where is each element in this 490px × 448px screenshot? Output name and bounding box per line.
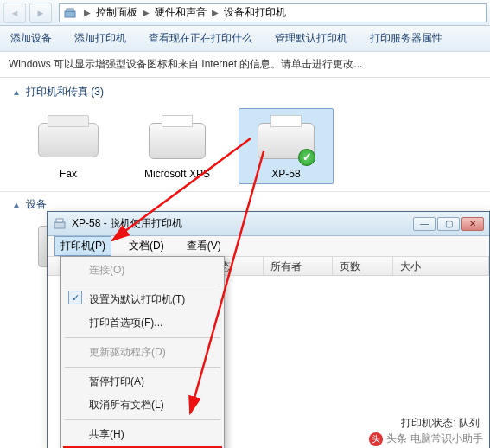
view-printing-button[interactable]: 查看现在正在打印什么 <box>149 31 252 46</box>
printer-icon: ✓ <box>251 112 321 164</box>
back-button[interactable]: ◄ <box>3 3 26 23</box>
menubar: 打印机(P) 文档(D) 查看(V) <box>48 236 489 257</box>
menu-set-default[interactable]: ✓ 设置为默认打印机(T) <box>63 288 222 311</box>
menu-printer[interactable]: 打印机(P) <box>54 236 111 256</box>
svg-rect-0 <box>65 11 75 17</box>
separator <box>65 419 220 420</box>
watermark: 头 头条 电脑常识小助手 <box>369 432 483 446</box>
close-button[interactable]: ✕ <box>461 217 484 231</box>
separator <box>65 367 220 368</box>
device-label: Microsoft XPS <box>144 168 210 180</box>
default-check-icon: ✓ <box>298 149 315 166</box>
breadcrumb[interactable]: ▶ 控制面板 ▶ 硬件和声音 ▶ 设备和打印机 <box>59 3 487 22</box>
forward-button[interactable]: ► <box>29 3 52 23</box>
printer-icon <box>143 112 212 164</box>
devices-icon <box>63 6 77 20</box>
printer-icon <box>53 217 67 231</box>
breadcrumb-leaf[interactable]: 设备和打印机 <box>222 4 288 21</box>
maximize-button[interactable]: ▢ <box>437 217 460 231</box>
fax-icon <box>34 112 103 164</box>
separator <box>65 337 220 338</box>
check-icon: ✓ <box>68 291 82 304</box>
device-label: XP-58 <box>271 168 300 180</box>
svg-rect-3 <box>56 219 63 222</box>
minimize-button[interactable]: — <box>413 217 436 231</box>
printer-grid: Fax Microsoft XPS ✓ XP-58 <box>0 103 490 191</box>
col-owner[interactable]: 所有者 <box>264 257 333 275</box>
menu-pause[interactable]: 暂停打印(A) <box>63 370 222 394</box>
col-size[interactable]: 大小 <box>393 257 489 275</box>
device-xps[interactable]: Microsoft XPS <box>130 108 225 184</box>
watermark-text: 电脑常识小助手 <box>410 432 483 446</box>
menu-document[interactable]: 文档(D) <box>124 237 169 255</box>
menu-cancel-all[interactable]: 取消所有文档(L) <box>63 394 222 417</box>
add-device-button[interactable]: 添加设备 <box>10 31 52 46</box>
statusbar: 打印机状态: 队列 <box>401 416 480 431</box>
chevron-right-icon: ▶ <box>208 8 222 17</box>
chevron-right-icon: ▶ <box>80 8 94 17</box>
section-heading-devices[interactable]: ▲ 设备 <box>12 197 478 212</box>
section-heading-printers[interactable]: ▲ 打印机和传真 (3) <box>12 85 478 99</box>
svg-rect-2 <box>54 222 65 228</box>
watermark-badge-icon: 头 <box>369 432 383 446</box>
chevron-right-icon: ▶ <box>139 8 153 17</box>
manage-default-button[interactable]: 管理默认打印机 <box>275 31 347 46</box>
device-fax[interactable]: Fax <box>21 108 116 184</box>
printers-section: ▲ 打印机和传真 (3) <box>0 78 490 103</box>
breadcrumb-root[interactable]: 控制面板 <box>94 4 139 21</box>
add-printer-button[interactable]: 添加打印机 <box>74 31 126 46</box>
collapse-arrow-icon: ▲ <box>12 200 21 209</box>
collapse-arrow-icon: ▲ <box>12 87 21 97</box>
breadcrumb-mid[interactable]: 硬件和声音 <box>153 4 208 21</box>
printer-menu-dropdown: 连接(O) ✓ 设置为默认打印机(T) 打印首选项(F)... 更新驱动程序(D… <box>60 256 225 448</box>
menu-update-driver: 更新驱动程序(D) <box>63 341 222 364</box>
device-xp58[interactable]: ✓ XP-58 <box>239 108 334 184</box>
device-label: Fax <box>60 168 77 180</box>
window-title: XP-58 - 脱机使用打印机 <box>72 216 408 231</box>
statusbar-text: 打印机状态: 队列 <box>401 416 480 431</box>
menu-connect: 连接(O) <box>63 259 222 282</box>
col-pages[interactable]: 页数 <box>333 257 393 275</box>
info-bar[interactable]: Windows 可以显示增强型设备图标和来自 Internet 的信息。请单击进… <box>0 52 490 78</box>
window-buttons: — ▢ ✕ <box>413 217 484 231</box>
menu-view[interactable]: 查看(V) <box>181 237 226 255</box>
address-bar: ◄ ► ▶ 控制面板 ▶ 硬件和声音 ▶ 设备和打印机 <box>0 0 490 26</box>
info-bar-text: Windows 可以显示增强型设备图标和来自 Internet 的信息。请单击进… <box>9 58 362 70</box>
separator <box>65 285 220 285</box>
menu-printing-prefs[interactable]: 打印首选项(F)... <box>63 311 222 335</box>
window-titlebar[interactable]: XP-58 - 脱机使用打印机 — ▢ ✕ <box>48 212 489 236</box>
print-server-props-button[interactable]: 打印服务器属性 <box>370 31 442 46</box>
menu-share[interactable]: 共享(H) <box>63 423 222 446</box>
toolbar: 添加设备 添加打印机 查看现在正在打印什么 管理默认打印机 打印服务器属性 <box>0 26 490 52</box>
svg-rect-1 <box>67 9 73 11</box>
watermark-prefix: 头条 <box>386 432 407 446</box>
